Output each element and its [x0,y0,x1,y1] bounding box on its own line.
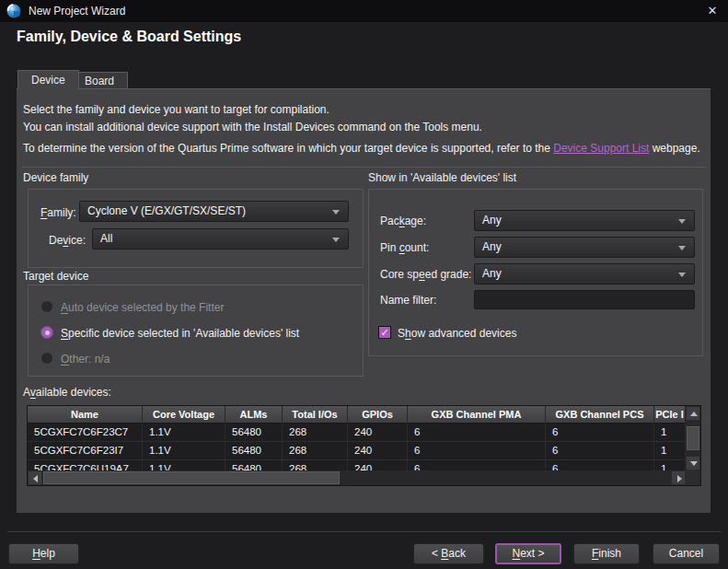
pin-count-dropdown[interactable]: Any [474,237,695,258]
scroll-right-icon[interactable] [671,470,686,485]
pin-count-dropdown-value: Any [482,240,502,253]
chevron-down-icon [678,273,686,277]
cell-alms[interactable]: 56480 [225,442,283,460]
cell-core-voltage[interactable]: 1.1V [143,460,225,470]
family-label: Family: [40,206,76,219]
cell-gxb-pcs[interactable]: 6 [546,460,654,470]
show-advanced-devices-label: Show advanced devices [398,327,516,340]
cell-pcie[interactable]: 1 [654,424,686,442]
chevron-down-icon [332,238,340,242]
package-dropdown-value: Any [482,214,502,226]
cell-gxb-pma[interactable]: 6 [408,424,546,442]
cell-core-voltage[interactable]: 1.1V [143,442,225,460]
back-button[interactable]: < Back [413,543,484,564]
chevron-down-icon [678,246,686,250]
finish-button[interactable]: Finish [573,543,640,564]
bottom-separator [7,531,721,532]
radio-specific-device[interactable] [40,326,53,339]
title-bar: New Project Wizard ✕ [0,0,728,22]
page-title: Family, Device & Board Settings [17,29,241,45]
available-devices-table: Name Core Voltage ALMs Total I/Os GPIOs … [27,405,701,486]
radio-auto-device[interactable] [40,300,53,313]
cell-alms[interactable]: 56480 [225,460,283,470]
description-line-3-prefix: To determine the version of the Quartus … [23,142,553,155]
device-dropdown[interactable]: All [92,228,349,250]
description-text: Select the family and device you want to… [23,101,482,136]
horizontal-scrollbar-thumb[interactable] [43,471,340,484]
cell-gpios[interactable]: 240 [348,460,408,470]
cell-name[interactable]: 5CGXFC7C6U19A7 [28,460,143,470]
pin-count-label: Pin count: [380,241,429,254]
name-filter-input[interactable] [474,290,695,309]
cell-alms[interactable]: 56480 [225,424,283,442]
help-button[interactable]: Help [8,543,79,564]
scroll-up-icon[interactable] [686,406,700,421]
cell-gpios[interactable]: 240 [348,442,408,460]
description-line-1: Select the family and device you want to… [23,101,482,119]
scroll-left-icon[interactable] [28,470,42,485]
column-header-gxb-channel-pma[interactable]: GXB Channel PMA [408,406,546,424]
column-header-name[interactable]: Name [28,406,143,424]
table-row[interactable]: 5CGXFC7C6F23I7 1.1V 56480 268 240 6 6 1 [28,442,686,460]
description-divider [22,167,705,168]
table-row[interactable]: 5CGXFC7C6U19A7 1.1V 56480 268 240 6 6 1 [28,460,686,470]
chevron-down-icon [678,219,686,224]
device-support-list-link[interactable]: Device Support List [553,142,649,155]
horizontal-scrollbar[interactable] [28,470,686,485]
cell-total-ios[interactable]: 268 [283,424,348,442]
vertical-scrollbar-thumb[interactable] [687,426,699,450]
core-speed-grade-label: Core speed grade: [380,268,471,281]
radio-specific-device-label: Specific device selected in 'Available d… [61,327,299,340]
core-speed-grade-dropdown[interactable]: Any [474,263,695,284]
next-button[interactable]: Next > [495,543,561,564]
family-dropdown-value: Cyclone V (E/GX/GT/SX/SE/ST) [87,204,246,217]
cell-gxb-pma[interactable]: 6 [408,442,546,460]
cell-pcie[interactable]: 1 [654,460,686,470]
cell-total-ios[interactable]: 268 [283,442,348,460]
device-family-group-label: Device family [23,171,88,184]
scrollbar-corner [686,470,700,485]
column-header-core-voltage[interactable]: Core Voltage [143,406,225,424]
scroll-down-icon[interactable] [686,456,700,470]
description-line-2: You can install additional device suppor… [23,119,482,136]
cell-gxb-pcs[interactable]: 6 [546,424,654,442]
cell-total-ios[interactable]: 268 [283,460,348,470]
radio-other-device-label: Other: n/a [61,353,110,366]
radio-other-device[interactable] [40,352,53,365]
tab-board[interactable]: Board [71,72,128,89]
show-filters-group-label: Show in 'Available devices' list [368,171,516,184]
column-header-total-ios[interactable]: Total I/Os [283,406,348,424]
description-line-3-suffix: webpage. [649,142,699,155]
name-filter-label: Name filter: [380,294,436,307]
column-header-alms[interactable]: ALMs [225,406,283,424]
show-advanced-devices-checkbox[interactable]: ✓ [378,326,391,339]
cell-name[interactable]: 5CGXFC7C6F23I7 [28,442,143,460]
device-label: Device: [49,234,86,247]
table-header-row: Name Core Voltage ALMs Total I/Os GPIOs … [28,406,686,424]
tab-device[interactable]: Device [17,70,79,89]
cancel-button[interactable]: Cancel [653,543,720,564]
tab-panel-device: Select the family and device you want to… [17,88,711,513]
package-label: Package: [380,215,426,227]
available-devices-label: Available devices: [23,386,111,399]
cell-core-voltage[interactable]: 1.1V [143,424,225,442]
chevron-down-icon [332,210,340,215]
target-device-group-label: Target device [23,270,88,283]
quartus-logo-icon [6,4,21,18]
package-dropdown[interactable]: Any [474,210,695,231]
column-header-gpios[interactable]: GPIOs [348,406,408,424]
new-project-wizard-dialog: { "window": { "title": "New Project Wiza… [0,0,728,569]
column-header-pcie[interactable]: PCIe I [654,406,686,424]
cell-gxb-pma[interactable]: 6 [408,460,546,470]
cell-gpios[interactable]: 240 [348,424,408,442]
table-row[interactable]: 5CGXFC7C6F23C7 1.1V 56480 268 240 6 6 1 [28,424,686,442]
vertical-scrollbar[interactable] [686,406,700,470]
family-dropdown[interactable]: Cyclone V (E/GX/GT/SX/SE/ST) [79,201,349,222]
window-title: New Project Wizard [29,5,125,17]
device-dropdown-value: All [100,232,112,245]
column-header-gxb-channel-pcs[interactable]: GXB Channel PCS [546,406,654,424]
cell-pcie[interactable]: 1 [654,442,686,460]
close-icon[interactable]: ✕ [704,4,721,18]
cell-name[interactable]: 5CGXFC7C6F23C7 [28,424,143,442]
cell-gxb-pcs[interactable]: 6 [546,442,654,460]
